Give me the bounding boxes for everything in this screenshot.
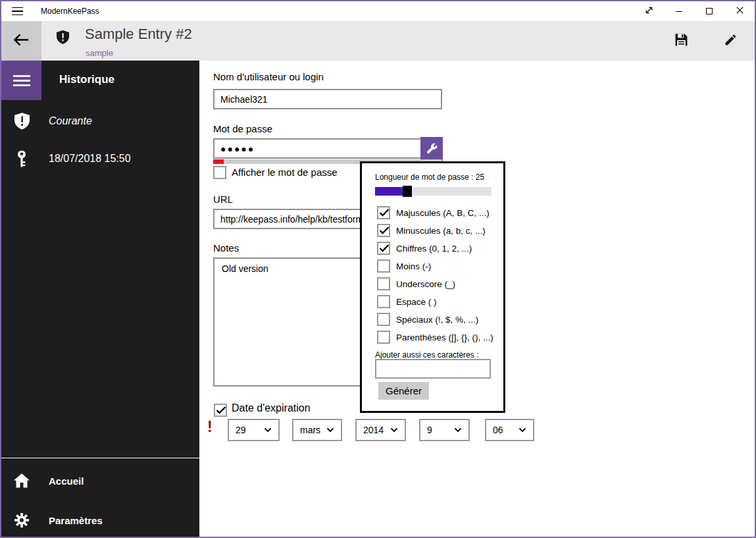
save-icon [674, 33, 688, 49]
edit-button[interactable] [715, 25, 746, 57]
checkbox [377, 259, 390, 273]
checkmark-icon [216, 406, 226, 417]
checkbox [377, 277, 390, 290]
window-controls [634, 1, 755, 21]
option-label: Chiffres (0, 1, 2, ...) [396, 244, 472, 254]
minute-value: 06 [493, 425, 515, 435]
option-label: Espace ( ) [396, 297, 437, 307]
gear-icon [12, 513, 32, 527]
page-title: Sample Entry #2 [85, 26, 192, 43]
sidebar-item-history-entry[interactable]: 18/07/2018 15:50 [1, 144, 199, 173]
option-underscore[interactable]: Underscore (_) [377, 277, 455, 291]
chevron-down-icon [518, 427, 526, 433]
checkmark-icon [379, 244, 390, 256]
app-window: ModernKeePass Sample Entry [0, 0, 756, 538]
password-length-label: Longueur de mot de passe : 25 [375, 173, 484, 182]
option-label: Spéciaux (!, $, %, ...) [396, 315, 478, 325]
expiration-label[interactable]: Date d'expiration [232, 402, 311, 414]
option-space[interactable]: Espace ( ) [377, 294, 437, 309]
expiration-checkbox[interactable] [214, 404, 227, 417]
extra-chars-label: Ajouter aussi ces caractères : [375, 350, 478, 360]
option-minus[interactable]: Moins (-) [377, 259, 431, 273]
checkbox [377, 242, 390, 255]
slider-track [412, 187, 491, 196]
sidebar-item-label: Accueil [49, 475, 84, 487]
pencil-icon [724, 33, 738, 49]
sidebar-divider [1, 458, 199, 458]
password-label: Mot de passe [213, 123, 272, 134]
sidebar-item-home[interactable]: Accueil [1, 466, 199, 495]
option-label: Moins (-) [396, 261, 431, 271]
password-generator-popup: Longueur de mot de passe : 25 Majuscules… [360, 161, 505, 413]
checkbox [377, 331, 390, 344]
username-label: Nom d'utilisateur ou login [213, 71, 324, 82]
password-generator-button[interactable] [420, 137, 443, 161]
minimize-button[interactable] [664, 1, 694, 21]
option-label: Majuscules (A, B, C, ...) [396, 208, 490, 218]
back-button[interactable] [1, 21, 41, 61]
diagonal-resize-icon [644, 5, 654, 18]
option-label: Minuscules (a, b, c, ...) [396, 226, 486, 236]
entry-shield-icon [57, 30, 69, 47]
maximize-button[interactable] [694, 1, 724, 21]
url-label: URL [213, 194, 233, 205]
sidebar-item-current-version[interactable]: Courante [1, 107, 199, 136]
extra-chars-input[interactable] [375, 359, 491, 379]
option-digits[interactable]: Chiffres (0, 1, 2, ...) [377, 241, 472, 256]
show-password-label[interactable]: Afficher le mot de passe [232, 167, 338, 178]
generate-button[interactable]: Générer [378, 382, 429, 400]
option-special[interactable]: Spéciaux (!, $, %, ...) [377, 312, 478, 327]
home-icon [12, 473, 32, 488]
password-strength-fill [213, 159, 224, 164]
entry-header: Sample Entry #2 sample [1, 21, 755, 61]
titlebar-hamburger-icon[interactable] [12, 7, 23, 15]
hamburger-icon [13, 75, 30, 86]
page-subtitle: sample [86, 48, 113, 58]
slider-fill [375, 187, 403, 196]
checkbox [377, 313, 390, 326]
show-password-checkbox[interactable] [213, 166, 226, 179]
username-input[interactable] [213, 89, 442, 109]
slider-thumb[interactable] [403, 186, 412, 197]
minute-dropdown[interactable]: 06 [485, 419, 534, 441]
day-value: 29 [236, 425, 260, 435]
chevron-down-icon [264, 427, 272, 433]
fullscreen-button[interactable] [634, 1, 664, 21]
minimize-icon [676, 11, 682, 12]
hour-dropdown[interactable]: 9 [419, 419, 470, 441]
app-title: ModernKeePass [41, 1, 99, 21]
sidebar-title: Historique [59, 73, 114, 86]
history-sidebar: Historique Courante 18/07/2018 15:50 Acc… [1, 61, 199, 537]
checkbox [377, 224, 390, 237]
option-brackets[interactable]: Parenthèses ([], {}, (), ...) [377, 330, 493, 344]
option-lowercase[interactable]: Minuscules (a, b, c, ...) [377, 223, 486, 238]
day-dropdown[interactable]: 29 [228, 419, 280, 441]
checkbox [377, 295, 390, 308]
back-arrow-icon [13, 32, 30, 50]
titlebar: ModernKeePass [1, 1, 755, 21]
chevron-down-icon [390, 427, 398, 433]
month-value: mars [300, 425, 322, 435]
notes-label: Notes [213, 242, 239, 254]
checkbox [377, 206, 390, 219]
year-value: 2014 [363, 425, 386, 435]
close-button[interactable] [724, 1, 755, 21]
nav-menu-button[interactable] [1, 61, 41, 100]
expired-warning-icon: ! [207, 418, 213, 436]
shield-exclamation-icon [12, 113, 32, 130]
maximize-icon [706, 8, 713, 14]
password-input[interactable] [213, 138, 442, 159]
chevron-down-icon [326, 427, 334, 433]
month-dropdown[interactable]: mars [292, 419, 342, 441]
key-icon [12, 150, 32, 167]
wrench-icon [426, 143, 438, 156]
option-label: Underscore (_) [396, 279, 455, 289]
option-uppercase[interactable]: Majuscules (A, B, C, ...) [377, 205, 490, 220]
sidebar-item-label: 18/07/2018 15:50 [49, 153, 131, 165]
password-length-slider[interactable] [375, 187, 491, 196]
hour-value: 9 [427, 425, 450, 435]
save-button[interactable] [665, 25, 697, 57]
year-dropdown[interactable]: 2014 [355, 419, 406, 441]
chevron-down-icon [454, 427, 462, 433]
sidebar-item-settings[interactable]: Paramètres [1, 506, 199, 535]
